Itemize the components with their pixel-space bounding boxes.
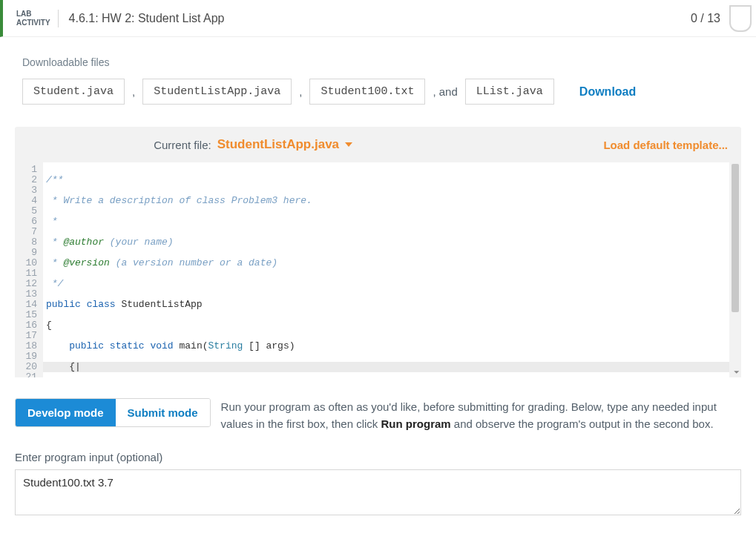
submit-mode-button[interactable]: Submit mode xyxy=(116,399,210,426)
download-link[interactable]: Download xyxy=(579,85,636,99)
run-program-text: Run program xyxy=(381,417,450,430)
separator: , xyxy=(132,85,135,98)
code-content[interactable]: /** * Write a description of class Probl… xyxy=(43,162,741,377)
current-file-label: Current file: xyxy=(154,139,211,151)
mode-row: Develop mode Submit mode Run your progra… xyxy=(15,398,741,433)
lab-header: LAB ACTIVITY 4.6.1: HW 2: Student List A… xyxy=(0,0,756,37)
file-list: Student.java , StudentListApp.java , Stu… xyxy=(15,79,741,105)
code-editor[interactable]: 123456789101112131415161718192021 /** * … xyxy=(15,162,741,377)
resize-icon[interactable] xyxy=(732,368,739,375)
lab-label-line2: ACTIVITY xyxy=(16,19,50,27)
scrollbar-thumb[interactable] xyxy=(732,164,739,312)
editor-panel: Current file: StudentListApp.java Load d… xyxy=(15,127,741,377)
mode-desc-text2: and observe the program's output in the … xyxy=(451,417,714,430)
program-input-label: Enter program input (optional) xyxy=(15,451,741,463)
score-badge-icon xyxy=(729,5,752,32)
current-file-name: StudentListApp.java xyxy=(217,137,339,152)
file-chip[interactable]: LList.java xyxy=(465,79,554,105)
mode-description: Run your program as often as you'd like,… xyxy=(221,398,741,433)
program-input[interactable] xyxy=(15,469,741,515)
lab-activity-badge: LAB ACTIVITY xyxy=(9,10,59,27)
mode-toggle: Develop mode Submit mode xyxy=(15,398,211,427)
lab-label-line1: LAB xyxy=(16,10,50,19)
lab-title: 4.6.1: HW 2: Student List App xyxy=(59,12,691,25)
score-display: 0 / 13 xyxy=(691,12,720,25)
current-file-dropdown[interactable]: StudentListApp.java xyxy=(217,137,352,152)
file-chip[interactable]: Student.java xyxy=(22,79,125,105)
editor-header: Current file: StudentListApp.java Load d… xyxy=(15,127,741,162)
file-chip[interactable]: StudentListApp.java xyxy=(142,79,292,105)
score-sep: / xyxy=(697,12,707,24)
chevron-down-icon xyxy=(345,142,352,147)
scrollbar-vertical[interactable] xyxy=(729,162,741,377)
load-default-template-link[interactable]: Load default template... xyxy=(603,139,728,151)
separator: , xyxy=(299,85,302,98)
file-chip[interactable]: Student100.txt xyxy=(309,79,425,105)
score-total: 13 xyxy=(707,12,720,24)
develop-mode-button[interactable]: Develop mode xyxy=(16,399,116,426)
score-earned: 0 xyxy=(691,12,697,24)
separator: , and xyxy=(433,85,457,98)
line-gutter: 123456789101112131415161718192021 xyxy=(15,162,43,377)
downloadable-files-label: Downloadable files xyxy=(22,56,741,68)
